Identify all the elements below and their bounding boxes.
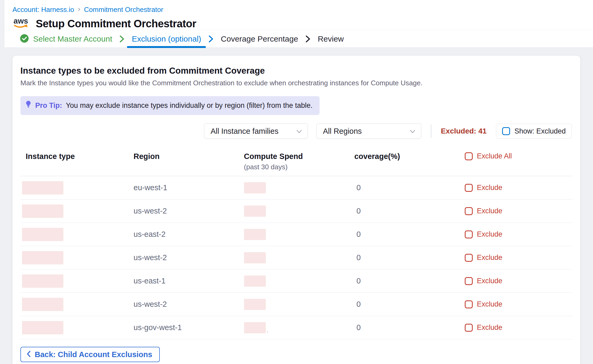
- exclude-all-control[interactable]: Exclude All: [465, 152, 572, 160]
- step-chevron-icon: [303, 35, 312, 43]
- breadcrumb: Account: Harness.io › Commitment Orchest…: [12, 5, 593, 14]
- exclude-control[interactable]: Exclude: [465, 300, 572, 308]
- redacted-instance-type: [22, 274, 63, 288]
- exclude-control[interactable]: Exclude: [465, 184, 572, 192]
- exclude-checkbox[interactable]: [465, 184, 473, 192]
- page-title: Setup Commitment Orchestrator: [36, 18, 196, 30]
- show-excluded-checkbox[interactable]: [502, 127, 510, 135]
- coverage-cell: 0: [354, 277, 465, 285]
- step-label: Exclusion (optional): [132, 34, 201, 43]
- exclude-all-label: Exclude All: [477, 152, 512, 160]
- chevron-left-icon: [26, 350, 31, 359]
- step-chevron-icon: [117, 35, 126, 43]
- card-subtitle: Mark the Instance types you would like t…: [20, 79, 572, 87]
- exclude-control[interactable]: Exclude: [465, 230, 572, 238]
- region-cell: eu-west-1: [134, 183, 244, 192]
- region-cell: us-east-2: [134, 230, 244, 239]
- show-excluded-toggle[interactable]: Show: Excluded: [496, 124, 572, 139]
- regions-value: All Regions: [323, 127, 362, 136]
- exclude-all-checkbox[interactable]: [465, 152, 473, 160]
- back-button-label: Back: Child Account Exclusions: [35, 350, 152, 359]
- coverage-cell: 0: [354, 207, 465, 215]
- exclude-control[interactable]: Exclude: [465, 323, 572, 332]
- step-review[interactable]: Review: [312, 30, 349, 47]
- table-row: us-west-2 0 Exclude: [20, 293, 572, 316]
- step-exclusion[interactable]: Exclusion (optional): [126, 30, 206, 47]
- card-title: Instance types to be excluded from Commi…: [20, 66, 572, 76]
- col-header-instance-type: Instance type: [20, 152, 134, 161]
- compute-spend-cell: .: [244, 322, 355, 333]
- compute-spend-cell: [244, 229, 355, 240]
- table-header-row: Instance type Region Compute Spend (past…: [20, 148, 572, 176]
- step-coverage-percentage[interactable]: Coverage Percentage: [215, 30, 303, 47]
- table-row: eu-west-1 0 Exclude: [20, 176, 572, 199]
- col-header-region: Region: [134, 152, 244, 161]
- lightbulb-icon: [25, 100, 32, 111]
- step-completed-check-icon: [20, 34, 29, 44]
- exclude-label: Exclude: [477, 207, 502, 215]
- region-cell: us-east-1: [134, 277, 244, 285]
- step-select-master-account[interactable]: Select Master Account: [15, 30, 117, 47]
- exclude-label: Exclude: [477, 230, 502, 238]
- step-chevron-icon: [206, 35, 215, 43]
- region-cell: us-west-2: [134, 300, 244, 309]
- exclude-label: Exclude: [477, 184, 502, 192]
- step-label: Select Master Account: [33, 34, 112, 43]
- exclude-checkbox[interactable]: [465, 207, 473, 215]
- pro-tip-label: Pro Tip:: [35, 101, 62, 110]
- redacted-compute-spend: [244, 322, 266, 333]
- exclude-label: Exclude: [477, 254, 502, 262]
- instance-type-cell: [20, 181, 134, 194]
- filters-divider: [431, 125, 431, 138]
- region-cell: us-west-2: [134, 207, 244, 215]
- spend-suffix: .: [267, 327, 268, 333]
- exclude-control[interactable]: Exclude: [465, 277, 572, 285]
- redacted-compute-spend: [244, 182, 266, 193]
- redacted-compute-spend: [244, 299, 266, 310]
- exclude-control[interactable]: Exclude: [465, 254, 572, 262]
- exclude-label: Exclude: [477, 300, 502, 308]
- col-header-compute-spend: Compute Spend (past 30 days): [244, 152, 355, 171]
- filters-row: All Instance families All Regions Exclud…: [20, 123, 572, 139]
- instance-type-cell: [20, 228, 134, 241]
- breadcrumb-page-link[interactable]: Commitment Orchestrator: [84, 6, 163, 14]
- redacted-compute-spend: [244, 252, 266, 263]
- show-excluded-label: Show: Excluded: [514, 127, 566, 135]
- table-row: us-east-1 0 Exclude: [20, 269, 572, 293]
- regions-dropdown[interactable]: All Regions: [316, 123, 421, 139]
- exclusion-card: Instance types to be excluded from Commi…: [12, 56, 580, 364]
- back-button[interactable]: Back: Child Account Exclusions: [20, 347, 160, 362]
- compute-spend-cell: [244, 206, 355, 217]
- redacted-compute-spend: [244, 206, 266, 217]
- redacted-instance-type: [22, 228, 63, 241]
- exclude-label: Exclude: [477, 323, 502, 332]
- aws-logo-icon: aws: [12, 16, 30, 31]
- region-cell: us-gov-west-1: [134, 323, 244, 332]
- exclude-checkbox[interactable]: [465, 300, 473, 308]
- step-label: Coverage Percentage: [221, 34, 298, 43]
- region-cell: us-west-2: [134, 253, 244, 262]
- exclude-label: Exclude: [477, 277, 502, 285]
- coverage-cell: 0: [354, 253, 465, 262]
- instance-type-cell: [20, 251, 134, 264]
- table-row: us-gov-west-1 . 0 Exclude: [20, 316, 572, 339]
- pro-tip-banner: Pro Tip: You may exclude instance types …: [20, 96, 320, 115]
- exclude-checkbox[interactable]: [465, 254, 473, 262]
- redacted-instance-type: [22, 251, 63, 264]
- breadcrumb-account-link[interactable]: Account: Harness.io: [12, 6, 74, 14]
- exclude-checkbox[interactable]: [465, 324, 473, 332]
- table-row: us-east-2 0 Exclude: [20, 223, 572, 246]
- instance-families-dropdown[interactable]: All Instance families: [204, 123, 308, 139]
- chevron-down-icon: [409, 127, 416, 136]
- breadcrumb-separator-icon: ›: [78, 5, 80, 14]
- compute-spend-cell: [244, 276, 355, 287]
- instance-type-cell: [20, 298, 134, 311]
- exclude-control[interactable]: Exclude: [465, 207, 572, 215]
- col-header-coverage: coverage(%): [354, 152, 465, 161]
- coverage-cell: 0: [354, 323, 465, 332]
- coverage-cell: 0: [354, 183, 465, 192]
- redacted-instance-type: [22, 205, 63, 218]
- exclude-checkbox[interactable]: [465, 230, 473, 238]
- redacted-compute-spend: [244, 276, 266, 287]
- exclude-checkbox[interactable]: [465, 277, 473, 285]
